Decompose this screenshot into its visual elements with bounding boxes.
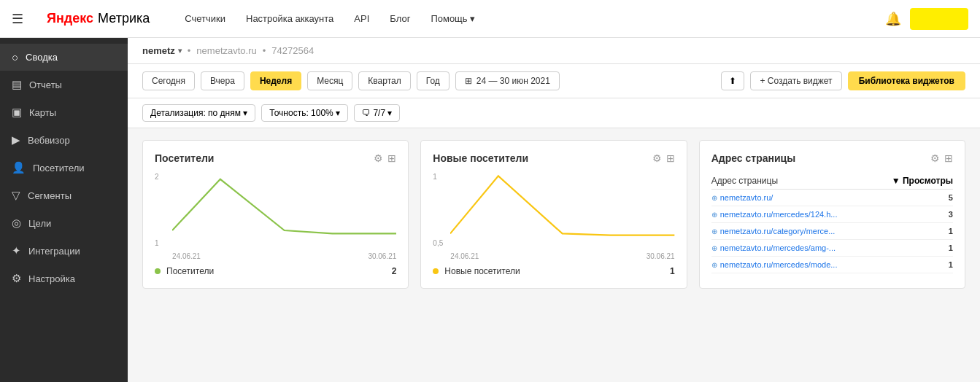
- nav-account-settings[interactable]: Настройка аккаунта: [246, 13, 333, 24]
- visitors-y-max: 2: [155, 173, 159, 181]
- detail-label: Детализация: по дням ▾: [150, 108, 247, 118]
- sidebar-item-maps[interactable]: ▣ Карты: [0, 98, 128, 126]
- visitors-grid-icon[interactable]: ⊞: [387, 152, 396, 164]
- site-domain: nemetzavto.ru: [196, 45, 256, 56]
- visitors-widget-icons: ⚙ ⊞: [374, 152, 396, 164]
- period-yesterday[interactable]: Вчера: [201, 71, 244, 90]
- new-visitors-chart-svg: [450, 173, 674, 237]
- new-visitors-legend-label: Новые посетители: [444, 266, 520, 276]
- page-url[interactable]: nemetzavto.ru/mercedes/mode...: [720, 260, 838, 269]
- new-visitors-legend-value: 1: [670, 266, 675, 276]
- page-url[interactable]: nemetzavto.ru/mercedes/amg-...: [720, 243, 836, 252]
- period-today[interactable]: Сегодня: [142, 71, 195, 90]
- library-button[interactable]: Библиотека виджетов: [848, 71, 965, 90]
- create-widget-button[interactable]: + Создать виджет: [750, 71, 841, 90]
- new-visitors-y-mid: 0,5: [433, 239, 443, 247]
- page-url[interactable]: nemetzavto.ru/mercedes/124.h...: [720, 210, 838, 219]
- visitors-chart-area: 2 1 24.06.21 30.06.21: [155, 173, 396, 260]
- nav-blog[interactable]: Блог: [390, 13, 410, 24]
- webvisor-icon: ▶: [12, 133, 20, 147]
- segments-dropdown[interactable]: 🗨 7/7 ▾: [354, 104, 400, 122]
- sidebar-label-summary: Сводка: [26, 52, 58, 63]
- accuracy-dropdown[interactable]: Точность: 100% ▾: [261, 104, 348, 122]
- sidebar-item-settings[interactable]: ⚙ Настройка: [0, 265, 128, 292]
- page-url-icon: ⊕: [711, 194, 717, 202]
- sidebar-item-segments[interactable]: ▽ Сегменты: [0, 182, 128, 209]
- sidebar-label-integrations: Интеграции: [28, 246, 80, 257]
- new-visitors-legend: Новые посетители 1: [433, 266, 674, 276]
- page-address-widget: Адрес страницы ⚙ ⊞ Адрес страницы ▼ Прос…: [699, 140, 965, 289]
- page-views-cell: 1: [873, 240, 953, 257]
- layout: ○ Сводка ▤ Отчеты ▣ Карты ▶ Вебвизор 👤 П…: [0, 38, 980, 382]
- visitors-gear-icon[interactable]: ⚙: [374, 152, 383, 164]
- sidebar-label-settings: Настройка: [28, 273, 75, 284]
- export-button[interactable]: ⬆: [721, 71, 744, 90]
- logo-yandex: Яндекс: [47, 11, 93, 26]
- visitors-legend: Посетители 2: [155, 266, 396, 276]
- sidebar-item-webvisor[interactable]: ▶ Вебвизор: [0, 126, 128, 154]
- nav-links: Счетчики Настройка аккаунта API Блог Пом…: [185, 13, 862, 24]
- account-name: nemetz: [142, 45, 175, 56]
- sidebar-label-goals: Цели: [28, 218, 51, 229]
- page-url-icon: ⊕: [711, 261, 717, 269]
- site-id: 74272564: [271, 45, 314, 56]
- page-table-col1: Адрес страницы: [711, 173, 874, 190]
- bell-icon[interactable]: 🔔: [885, 11, 901, 27]
- period-month[interactable]: Месяц: [307, 71, 352, 90]
- date-range-button[interactable]: ⊞ 24 — 30 июн 2021: [455, 71, 560, 90]
- sidebar-item-visitors[interactable]: 👤 Посетители: [0, 154, 128, 182]
- table-row: ⊕ nemetzavto.ru/mercedes/mode... 1: [711, 257, 953, 273]
- page-url[interactable]: nemetzavto.ru/: [720, 193, 773, 202]
- sidebar-item-summary[interactable]: ○ Сводка: [0, 44, 128, 71]
- page-url[interactable]: nemetzavto.ru/category/merce...: [720, 227, 836, 235]
- logo-metrika: Метрика: [98, 11, 150, 26]
- new-visitors-widget: Новые посетители ⚙ ⊞ 1 0,5 24.06: [420, 140, 687, 289]
- new-visitors-grid-icon[interactable]: ⊞: [666, 152, 675, 164]
- page-url-cell: ⊕ nemetzavto.ru/mercedes/124.h...: [711, 206, 874, 223]
- table-row: ⊕ nemetzavto.ru/category/merce... 1: [711, 223, 953, 240]
- page-url-icon: ⊕: [711, 211, 717, 219]
- account-selector[interactable]: nemetz ▾: [142, 45, 182, 56]
- page-url-cell: ⊕ nemetzavto.ru/category/merce...: [711, 223, 874, 240]
- hamburger-menu[interactable]: ☰: [12, 11, 23, 27]
- main-content: nemetz ▾ • nemetzavto.ru • 74272564 Сего…: [128, 38, 980, 382]
- page-url-icon: ⊕: [711, 227, 717, 235]
- toolbar2: Детализация: по дням ▾ Точность: 100% ▾ …: [128, 98, 980, 128]
- new-visitors-gear-icon[interactable]: ⚙: [652, 152, 662, 164]
- site-id-separator: •: [263, 45, 266, 56]
- period-week[interactable]: Неделя: [250, 71, 301, 90]
- site-separator: •: [188, 45, 191, 56]
- page-address-grid-icon[interactable]: ⊞: [944, 152, 953, 164]
- sidebar-label-maps: Карты: [29, 107, 56, 118]
- new-visitors-widget-icons: ⚙ ⊞: [652, 152, 675, 164]
- sidebar-label-segments: Сегменты: [28, 190, 72, 201]
- user-avatar[interactable]: [910, 8, 968, 30]
- period-quarter[interactable]: Квартал: [358, 71, 410, 90]
- nav-api[interactable]: API: [354, 13, 369, 24]
- account-chevron-icon: ▾: [178, 47, 182, 55]
- page-address-gear-icon[interactable]: ⚙: [930, 152, 940, 164]
- visitors-y-mid: 1: [155, 239, 159, 247]
- detail-dropdown[interactable]: Детализация: по дням ▾: [142, 104, 255, 122]
- new-visitors-x-start: 24.06.21: [450, 252, 479, 260]
- toolbar: Сегодня Вчера Неделя Месяц Квартал Год ⊞…: [128, 64, 980, 98]
- new-visitors-widget-header: Новые посетители ⚙ ⊞: [433, 152, 674, 164]
- visitors-chart-svg: [172, 173, 396, 237]
- sidebar: ○ Сводка ▤ Отчеты ▣ Карты ▶ Вебвизор 👤 П…: [0, 38, 128, 382]
- nav-counters[interactable]: Счетчики: [185, 13, 225, 24]
- page-table-col2[interactable]: ▼ Просмотры: [873, 173, 953, 190]
- page-url-cell: ⊕ nemetzavto.ru/mercedes/amg-...: [711, 240, 874, 257]
- sidebar-item-integrations[interactable]: ✦ Интеграции: [0, 237, 128, 265]
- logo: Яндекс Метрика: [47, 11, 150, 26]
- nav-help[interactable]: Помощь ▾: [431, 13, 475, 24]
- period-year[interactable]: Год: [417, 71, 450, 90]
- integrations-icon: ✦: [12, 244, 21, 257]
- sidebar-item-reports[interactable]: ▤ Отчеты: [0, 71, 128, 98]
- page-views-cell: 5: [873, 190, 953, 206]
- table-row: ⊕ nemetzavto.ru/mercedes/amg-... 1: [711, 240, 953, 257]
- segments-icon: ▽: [12, 189, 20, 202]
- accuracy-label: Точность: 100% ▾: [269, 108, 340, 118]
- reports-icon: ▤: [12, 78, 22, 91]
- sidebar-item-goals[interactable]: ◎ Цели: [0, 209, 128, 237]
- sidebar-label-reports: Отчеты: [29, 79, 62, 90]
